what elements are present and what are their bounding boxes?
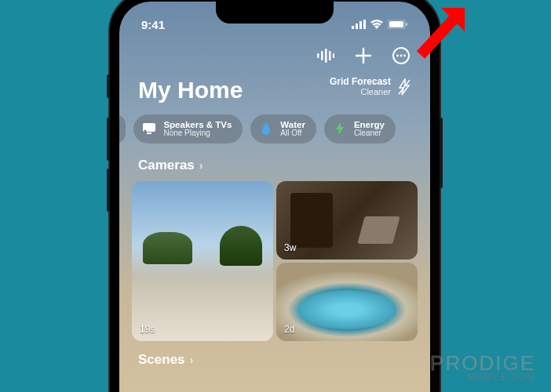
svg-rect-6 — [406, 23, 407, 26]
water-drop-icon — [258, 121, 274, 136]
add-button[interactable] — [353, 45, 374, 66]
pill-speakers[interactable]: Speakers & TVs None Playing — [133, 114, 243, 143]
svg-rect-1 — [356, 24, 358, 29]
pill-sub: None Playing — [163, 129, 232, 138]
svg-rect-18 — [147, 132, 151, 134]
tv-icon — [141, 121, 157, 136]
pill-water[interactable]: Water All Off — [250, 114, 316, 143]
bolt-off-icon — [397, 78, 411, 96]
pill-partial[interactable]: y — [119, 114, 126, 143]
svg-rect-7 — [317, 53, 319, 58]
section-title: Scenes — [138, 352, 185, 368]
camera-tile[interactable]: 19s — [132, 181, 273, 341]
more-button[interactable] — [391, 45, 411, 66]
camera-timestamp: 19s — [140, 324, 155, 335]
phone-volume-down — [107, 169, 110, 212]
battery-icon — [388, 20, 408, 29]
cellular-icon — [352, 20, 366, 29]
pill-energy[interactable]: Energy Cleaner — [324, 114, 396, 143]
camera-tile[interactable]: 2d — [276, 263, 418, 341]
phone-frame: 9:41 My Home Grid Forecast — [110, 0, 440, 392]
svg-rect-10 — [329, 51, 331, 60]
camera-grid: 19s 3w 2d — [119, 181, 430, 341]
watermark-main: PRODIGE — [430, 354, 535, 372]
svg-point-14 — [400, 55, 403, 57]
svg-rect-2 — [359, 21, 362, 29]
screen: 9:41 My Home Grid Forecast — [119, 2, 430, 392]
grid-forecast-value: Cleaner — [330, 87, 391, 96]
accessory-pills: y Speakers & TVs None Playing Water Al — [119, 114, 430, 158]
section-title: Cameras — [138, 158, 195, 173]
grid-forecast[interactable]: Grid Forecast Cleaner — [330, 77, 411, 96]
camera-timestamp: 3w — [284, 242, 296, 253]
voice-icon[interactable] — [316, 45, 336, 66]
scenes-section-header[interactable]: Scenes › — [119, 341, 430, 376]
watermark: PRODIGE MOBILE.COM — [430, 354, 535, 383]
svg-rect-5 — [389, 21, 403, 27]
svg-rect-11 — [333, 53, 334, 58]
pill-sub: All Off — [280, 129, 305, 138]
grid-forecast-label: Grid Forecast — [330, 77, 391, 87]
svg-point-13 — [396, 55, 399, 57]
svg-rect-3 — [363, 20, 366, 29]
page-title: My Home — [138, 77, 243, 103]
phone-volume-up — [107, 118, 110, 161]
pill-sub: Cleaner — [354, 129, 385, 138]
bolt-icon — [332, 121, 348, 136]
status-icons — [352, 20, 408, 29]
chevron-right-icon: › — [190, 354, 194, 366]
wifi-icon — [370, 20, 383, 29]
svg-marker-21 — [441, 8, 465, 31]
phone-side-button — [107, 74, 110, 98]
svg-rect-0 — [352, 26, 354, 29]
phone-power-button — [440, 118, 443, 188]
svg-point-15 — [403, 55, 406, 57]
camera-tile[interactable]: 3w — [276, 181, 418, 260]
svg-point-19 — [144, 130, 147, 132]
chevron-right-icon: › — [199, 159, 203, 172]
svg-rect-8 — [321, 51, 323, 60]
status-time: 9:41 — [141, 18, 165, 31]
notch — [216, 2, 334, 24]
svg-rect-9 — [325, 49, 327, 63]
top-toolbar — [119, 36, 430, 72]
cameras-section-header[interactable]: Cameras › — [119, 158, 430, 181]
camera-timestamp: 2d — [284, 324, 294, 335]
